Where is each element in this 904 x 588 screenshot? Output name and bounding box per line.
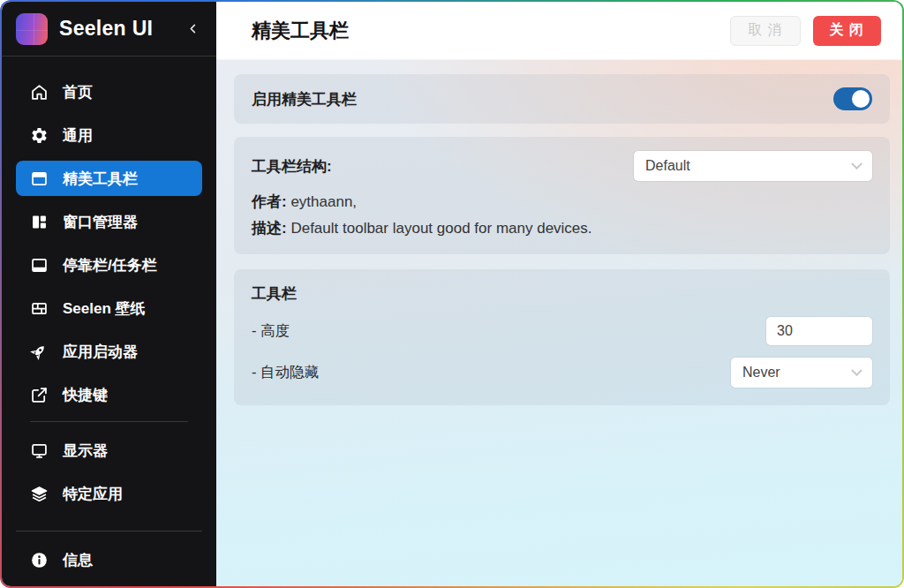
sidebar-item-home[interactable]: 首页 bbox=[16, 74, 202, 109]
chevron-down-icon bbox=[851, 365, 863, 376]
sidebar-nav: 首页 通用 精美工具栏 bbox=[2, 57, 216, 519]
sidebar-item-fancy-toolbar[interactable]: 精美工具栏 bbox=[16, 161, 202, 196]
sidebar-divider bbox=[30, 421, 188, 422]
sidebar-item-label: 窗口管理器 bbox=[63, 212, 138, 232]
window-frame: Seelen UI 首页 通用 bbox=[0, 0, 904, 588]
description-line: 描述: Default toolbar layout good for many… bbox=[252, 219, 872, 238]
sidebar-bottom: 信息 bbox=[2, 522, 216, 586]
enable-toolbar-label: 启用精美工具栏 bbox=[252, 89, 357, 109]
external-link-icon bbox=[29, 385, 49, 404]
close-button[interactable]: 关 闭 bbox=[813, 16, 881, 46]
sidebar-item-window-manager[interactable]: 窗口管理器 bbox=[16, 204, 202, 239]
author-value: eythaann, bbox=[290, 193, 357, 210]
toolbar-settings-section: 工具栏 - 高度 - 自动隐藏 Never bbox=[234, 269, 890, 405]
autohide-row: - 自动隐藏 Never bbox=[252, 358, 872, 388]
sidebar-item-label: 显示器 bbox=[63, 441, 108, 461]
layers-icon bbox=[29, 484, 49, 503]
wallpaper-icon bbox=[29, 298, 49, 318]
sidebar: Seelen UI 首页 通用 bbox=[2, 2, 216, 586]
author-label: 作者: bbox=[252, 193, 287, 210]
rocket-icon bbox=[29, 342, 49, 361]
sidebar-item-info[interactable]: 信息 bbox=[16, 542, 202, 577]
home-icon bbox=[29, 82, 49, 102]
main-area: 精美工具栏 取 消 关 闭 启用精美工具栏 工具栏结构: bbox=[216, 2, 902, 586]
sidebar-item-label: Seelen 壁纸 bbox=[63, 298, 146, 319]
sidebar-item-label: 停靠栏/任务栏 bbox=[63, 255, 157, 275]
structure-select-value: Default bbox=[645, 158, 690, 174]
description-label: 描述: bbox=[252, 220, 287, 237]
structure-label: 工具栏结构: bbox=[252, 156, 332, 177]
author-line: 作者: eythaann, bbox=[252, 192, 872, 212]
sidebar-item-label: 特定应用 bbox=[63, 484, 123, 504]
sidebar-item-general[interactable]: 通用 bbox=[16, 117, 202, 153]
sidebar-header: Seelen UI bbox=[2, 2, 216, 57]
sidebar-item-app-launcher[interactable]: 应用启动器 bbox=[16, 334, 202, 369]
monitor-icon bbox=[29, 441, 49, 460]
toggle-knob bbox=[852, 90, 870, 108]
cancel-button[interactable]: 取 消 bbox=[730, 16, 800, 46]
sidebar-item-label: 首页 bbox=[63, 82, 93, 102]
enable-toolbar-toggle[interactable] bbox=[833, 87, 872, 110]
autohide-label: - 自动隐藏 bbox=[252, 363, 319, 382]
sidebar-divider bbox=[16, 531, 202, 531]
sidebar-item-monitors[interactable]: 显示器 bbox=[16, 433, 202, 468]
height-label: - 高度 bbox=[252, 321, 290, 341]
autohide-select-value: Never bbox=[742, 365, 780, 381]
enable-toolbar-row: 启用精美工具栏 bbox=[234, 74, 890, 124]
page-header: 精美工具栏 取 消 关 闭 bbox=[216, 2, 902, 60]
sidebar-item-label: 信息 bbox=[63, 550, 93, 570]
height-row: - 高度 bbox=[252, 317, 872, 345]
chevron-down-icon bbox=[851, 158, 863, 170]
sidebar-item-label: 精美工具栏 bbox=[63, 169, 138, 189]
toolbar-icon bbox=[29, 169, 49, 188]
sidebar-item-label: 应用启动器 bbox=[63, 342, 138, 362]
structure-select-row: 工具栏结构: Default bbox=[252, 151, 872, 181]
window-manager-icon bbox=[29, 212, 49, 231]
info-icon bbox=[29, 550, 49, 569]
toolbar-structure-section: 工具栏结构: Default 作者: eythaann, 描述: Default… bbox=[234, 137, 890, 254]
sidebar-item-shortcuts[interactable]: 快捷键 bbox=[16, 377, 202, 412]
autohide-select[interactable]: Never bbox=[731, 358, 872, 388]
collapse-sidebar-icon[interactable] bbox=[183, 22, 202, 35]
page-title: 精美工具栏 bbox=[252, 18, 730, 44]
sidebar-item-dock-taskbar[interactable]: 停靠栏/任务栏 bbox=[16, 247, 202, 283]
height-input[interactable] bbox=[766, 317, 872, 345]
dock-icon bbox=[29, 255, 49, 275]
sidebar-item-specific-apps[interactable]: 特定应用 bbox=[16, 476, 202, 511]
settings-content: 启用精美工具栏 工具栏结构: Default 作者 bbox=[216, 60, 902, 586]
app-logo bbox=[16, 13, 48, 45]
structure-select[interactable]: Default bbox=[634, 151, 872, 181]
description-value: Default toolbar layout good for many dev… bbox=[290, 220, 591, 237]
sidebar-item-label: 通用 bbox=[63, 125, 93, 146]
app-window: Seelen UI 首页 通用 bbox=[2, 2, 902, 586]
sidebar-item-wallpaper[interactable]: Seelen 壁纸 bbox=[16, 290, 202, 326]
app-title: Seelen UI bbox=[59, 17, 171, 41]
gear-icon bbox=[29, 125, 49, 145]
sidebar-item-label: 快捷键 bbox=[63, 385, 108, 405]
toolbar-section-title: 工具栏 bbox=[252, 283, 872, 304]
